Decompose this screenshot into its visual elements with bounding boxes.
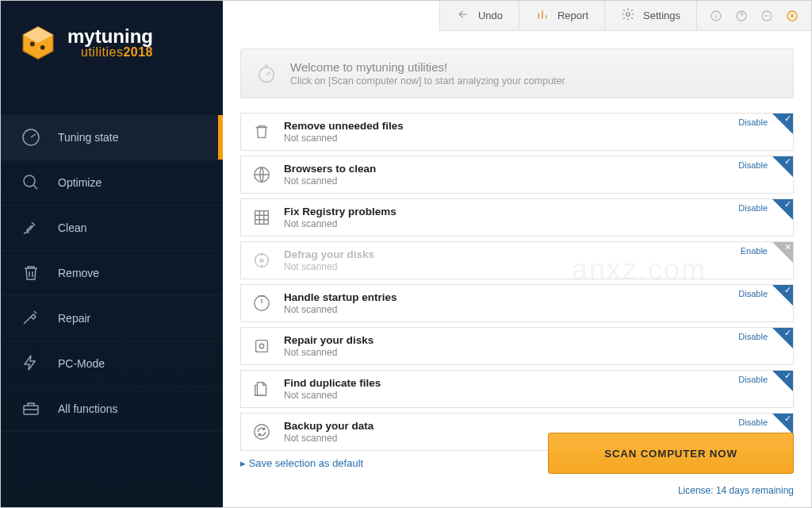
sidebar-item-label: Clean — [58, 221, 87, 234]
license-status[interactable]: License: 14 days remaining — [678, 485, 794, 496]
minimize-button[interactable] — [754, 5, 779, 27]
task-title: Browsers to clean — [284, 163, 376, 175]
task-status: Not scanned — [284, 175, 376, 187]
task-row[interactable]: Handle startup entriesNot scannedDisable… — [240, 284, 794, 322]
task-corner-badge[interactable]: ✕ — [772, 242, 793, 263]
logo-text: mytuning utilities2018 — [67, 26, 153, 60]
toolbox-icon — [20, 398, 42, 420]
sidebar-item-optimize[interactable]: Optimize — [1, 160, 223, 206]
svg-point-8 — [40, 45, 45, 50]
task-icon — [251, 378, 273, 400]
task-list: Remove unneeded filesNot scannedDisable✓… — [240, 113, 794, 451]
task-corner-badge[interactable]: ✓ — [772, 328, 793, 348]
sidebar-item-label: Repair — [58, 312, 90, 325]
sidebar-item-label: Tuning state — [58, 131, 119, 144]
task-title: Remove unneeded files — [284, 120, 404, 132]
task-row[interactable]: Fix Registry problemsNot scannedDisable✓ — [240, 198, 794, 237]
logo-icon — [20, 25, 56, 61]
sidebar-item-repair[interactable]: Repair — [1, 296, 223, 341]
task-row[interactable]: Remove unneeded filesNot scannedDisable✓ — [240, 113, 794, 151]
trash-icon — [20, 262, 42, 284]
bolt-icon — [20, 352, 42, 375]
task-title: Find duplicate files — [284, 377, 381, 389]
sidebar-item-remove[interactable]: Remove — [1, 251, 223, 296]
task-toggle-link[interactable]: Disable — [738, 332, 768, 341]
undo-icon — [456, 9, 470, 22]
task-status: Not scanned — [284, 390, 381, 401]
welcome-banner: Welcome to mytuning utilities! Click on … — [240, 48, 794, 98]
brand-name: mytuning — [67, 25, 153, 47]
settings-button[interactable]: Settings — [605, 1, 697, 30]
report-button[interactable]: Report — [519, 1, 605, 30]
sidebar-item-label: PC-Mode — [58, 357, 105, 370]
task-corner-badge[interactable]: ✓ — [772, 114, 793, 134]
close-button[interactable] — [779, 5, 805, 27]
svg-point-10 — [24, 175, 35, 187]
sidebar-item-label: All functions — [58, 402, 117, 415]
sidebar-item-label: Optimize — [58, 176, 102, 189]
task-status: Not scanned — [284, 261, 374, 272]
task-status: Not scanned — [284, 218, 396, 229]
task-text: Repair your disksNot scanned — [284, 334, 373, 358]
svg-point-7 — [30, 42, 35, 47]
task-corner-badge[interactable]: ✓ — [772, 371, 793, 391]
gear-icon — [621, 7, 635, 24]
undo-label: Undo — [478, 10, 503, 21]
stopwatch-icon — [255, 63, 278, 85]
task-title: Repair your disks — [284, 334, 373, 346]
sidebar-item-tuning-state[interactable]: Tuning state — [1, 115, 223, 160]
task-icon — [251, 164, 273, 186]
task-status: Not scanned — [284, 433, 373, 444]
task-icon — [251, 335, 273, 357]
task-text: Handle startup entriesNot scanned — [284, 291, 397, 315]
svg-point-19 — [259, 344, 264, 348]
main: Welcome to mytuning utilities! Click on … — [223, 31, 811, 507]
svg-rect-14 — [255, 211, 269, 225]
task-status: Not scanned — [284, 304, 397, 315]
task-text: Defrag your disksNot scanned — [284, 248, 374, 272]
topbar: Undo Report Settings — [439, 1, 811, 31]
brand-suite: utilities — [81, 45, 123, 59]
sidebar-item-pc-mode[interactable]: PC-Mode — [1, 341, 223, 387]
task-text: Remove unneeded filesNot scanned — [284, 120, 404, 144]
screwdriver-icon — [20, 307, 42, 329]
task-text: Browsers to cleanNot scanned — [284, 163, 376, 187]
task-icon — [251, 206, 273, 229]
task-title: Backup your data — [284, 420, 373, 432]
magnify-icon — [20, 171, 42, 194]
task-corner-badge[interactable]: ✓ — [772, 414, 793, 434]
task-toggle-link[interactable]: Disable — [738, 289, 768, 298]
task-toggle-link[interactable]: Enable — [741, 246, 768, 256]
task-status: Not scanned — [284, 133, 404, 144]
sidebar-item-clean[interactable]: Clean — [1, 206, 223, 251]
info-button[interactable] — [703, 5, 729, 27]
task-icon — [251, 249, 273, 271]
task-row[interactable]: Defrag your disksNot scannedEnable✕ — [240, 241, 794, 279]
scan-computer-button[interactable]: SCAN COMPUTER NOW — [548, 433, 794, 474]
sidebar-item-all-functions[interactable]: All functions — [1, 387, 223, 432]
task-icon — [251, 121, 273, 143]
task-toggle-link[interactable]: Disable — [738, 203, 768, 213]
task-toggle-link[interactable]: Disable — [738, 160, 768, 170]
welcome-subtitle: Click on [Scan computer now] to start an… — [290, 75, 565, 87]
welcome-title: Welcome to mytuning utilities! — [290, 60, 565, 74]
task-text: Backup your dataNot scanned — [284, 420, 373, 444]
help-button[interactable] — [729, 5, 754, 27]
task-toggle-link[interactable]: Disable — [738, 418, 768, 427]
logo: mytuning utilities2018 — [1, 1, 223, 77]
task-row[interactable]: Repair your disksNot scannedDisable✓ — [240, 327, 794, 365]
brand-year: 2018 — [123, 45, 153, 59]
task-row[interactable]: Find duplicate filesNot scannedDisable✓ — [240, 370, 794, 408]
task-toggle-link[interactable]: Disable — [738, 117, 768, 127]
task-toggle-link[interactable]: Disable — [738, 375, 768, 384]
undo-button[interactable]: Undo — [440, 1, 519, 30]
task-corner-badge[interactable]: ✓ — [772, 199, 793, 220]
svg-point-20 — [255, 425, 269, 439]
task-corner-badge[interactable]: ✓ — [772, 285, 793, 306]
task-title: Handle startup entries — [284, 291, 397, 303]
svg-rect-18 — [256, 341, 268, 352]
task-corner-badge[interactable]: ✓ — [772, 156, 793, 177]
task-row[interactable]: Browsers to cleanNot scannedDisable✓ — [240, 156, 794, 194]
svg-point-16 — [260, 259, 263, 262]
report-label: Report — [557, 10, 588, 21]
